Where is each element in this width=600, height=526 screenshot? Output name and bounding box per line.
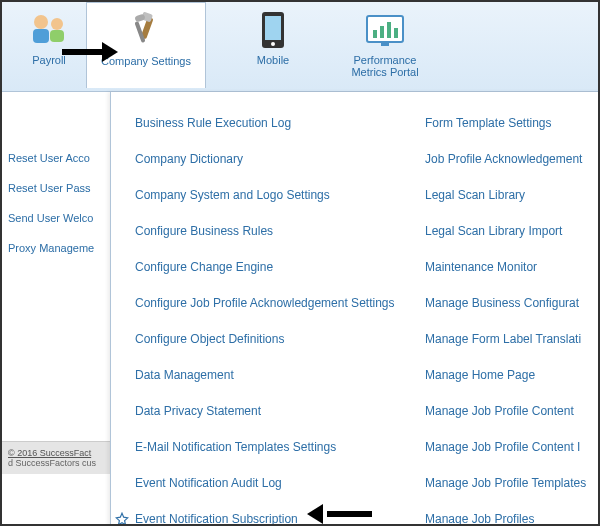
menu-column-left: Business Rule Execution Log Company Dict… [111,116,421,526]
footer: © 2016 SuccessFact d SuccessFactors cus [2,441,112,474]
svg-rect-15 [394,28,398,38]
sidebar-link-proxy-management[interactable]: Proxy Manageme [8,242,112,254]
svg-point-10 [271,42,275,46]
arrow-left-icon [302,506,372,524]
sidebar-link-reset-password[interactable]: Reset User Pass [8,182,112,194]
svg-point-0 [34,15,48,29]
menu-maintenance-monitor[interactable]: Maintenance Monitor [425,260,600,274]
svg-rect-3 [50,30,64,42]
menu-business-rule-execution-log[interactable]: Business Rule Execution Log [135,116,421,130]
menu-manage-job-profile-content[interactable]: Manage Job Profile Content [425,404,600,418]
menu-event-notification-audit-log[interactable]: Event Notification Audit Log [135,476,421,490]
sidebar-link-reset-account[interactable]: Reset User Acco [8,152,112,164]
sidebar: Reset User Acco Reset User Pass Send Use… [2,97,112,272]
chart-icon [361,10,409,50]
menu-configure-change-engine[interactable]: Configure Change Engine [135,260,421,274]
toolbar-mobile[interactable]: Mobile [238,2,308,88]
toolbar-label: Performance Metrics Portal [351,54,418,78]
star-icon [115,512,129,526]
svg-rect-9 [265,16,281,40]
menu-legal-scan-library[interactable]: Legal Scan Library [425,188,600,202]
menu-manage-business-configuration[interactable]: Manage Business Configurat [425,296,600,310]
toolbar-label: Payroll [32,54,66,66]
menu-manage-job-profile-templates[interactable]: Manage Job Profile Templates [425,476,600,490]
sidebar-link-send-welcome[interactable]: Send User Welco [8,212,112,224]
footer-copyright: © 2016 SuccessFact [8,448,91,458]
menu-configure-object-definitions[interactable]: Configure Object Definitions [135,332,421,346]
menu-email-notification-templates[interactable]: E-Mail Notification Templates Settings [135,440,421,454]
menu-manage-job-profile-content-i[interactable]: Manage Job Profile Content I [425,440,600,454]
menu-data-privacy-statement[interactable]: Data Privacy Statement [135,404,421,418]
menu-configure-job-profile-ack-settings[interactable]: Configure Job Profile Acknowledgement Se… [135,296,421,310]
footer-line2: d SuccessFactors cus [8,458,96,468]
toolbar-label: Mobile [257,54,289,66]
svg-rect-16 [381,42,389,46]
svg-rect-13 [380,26,384,38]
svg-rect-1 [33,29,49,43]
menu-manage-job-profiles[interactable]: Manage Job Profiles [425,512,600,526]
menu-manage-form-label-translations[interactable]: Manage Form Label Translati [425,332,600,346]
menu-legal-scan-library-import[interactable]: Legal Scan Library Import [425,224,600,238]
menu-column-right: Form Template Settings Job Profile Ackno… [421,116,600,526]
svg-rect-14 [387,22,391,38]
menu-form-template-settings[interactable]: Form Template Settings [425,116,600,130]
menu-configure-business-rules[interactable]: Configure Business Rules [135,224,421,238]
mobile-icon [249,10,297,50]
menu-company-dictionary[interactable]: Company Dictionary [135,152,421,166]
tools-icon [122,11,170,51]
menu-data-management[interactable]: Data Management [135,368,421,382]
menu-event-notification-subscription[interactable]: Event Notification Subscription [135,512,421,526]
svg-point-2 [51,18,63,30]
menu-company-system-logo-settings[interactable]: Company System and Logo Settings [135,188,421,202]
arrow-right-icon [62,44,122,60]
toolbar-performance-metrics[interactable]: Performance Metrics Portal [340,2,430,88]
svg-rect-12 [373,30,377,38]
company-settings-dropdown: Business Rule Execution Log Company Dict… [110,92,600,526]
menu-job-profile-acknowledgement[interactable]: Job Profile Acknowledgement [425,152,600,166]
menu-manage-home-page[interactable]: Manage Home Page [425,368,600,382]
